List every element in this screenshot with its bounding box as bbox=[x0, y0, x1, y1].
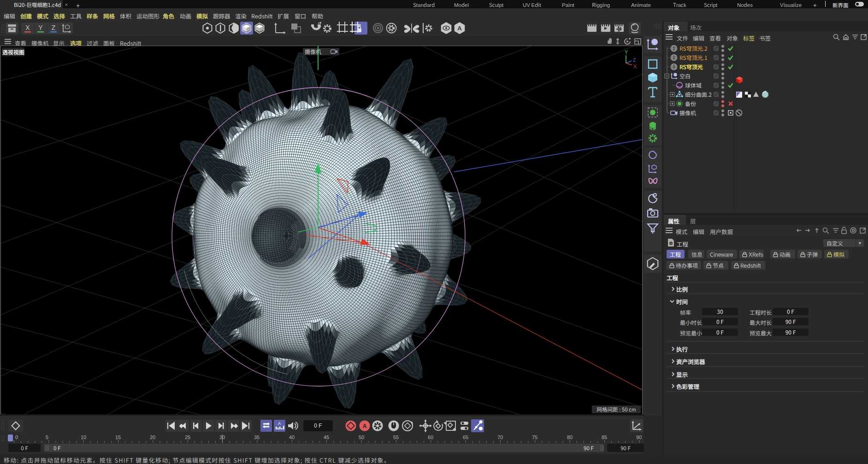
svg-text:球体域: 球体域 bbox=[685, 81, 702, 89]
svg-text:Y: Y bbox=[38, 24, 43, 31]
svg-text:Z: Z bbox=[52, 24, 56, 31]
svg-text:75: 75 bbox=[532, 435, 537, 440]
svg-text:85: 85 bbox=[602, 435, 607, 440]
svg-text:50: 50 bbox=[359, 435, 364, 440]
svg-text:0 F: 0 F bbox=[314, 423, 322, 429]
svg-text:15: 15 bbox=[115, 435, 121, 440]
svg-text:40: 40 bbox=[289, 435, 295, 440]
svg-text:X: X bbox=[633, 64, 637, 69]
svg-text:A: A bbox=[278, 421, 281, 426]
svg-text:60: 60 bbox=[428, 435, 433, 440]
svg-text:70: 70 bbox=[497, 435, 503, 440]
svg-text:0: 0 bbox=[15, 435, 18, 440]
svg-text:90: 90 bbox=[636, 435, 642, 440]
svg-text:A: A bbox=[457, 25, 462, 32]
svg-text:10: 10 bbox=[81, 435, 86, 440]
svg-text:55: 55 bbox=[393, 435, 399, 440]
svg-text:20: 20 bbox=[150, 435, 155, 440]
svg-text:RS穹顶光.2: RS穹顶光.2 bbox=[679, 44, 708, 52]
svg-text:35: 35 bbox=[254, 435, 260, 440]
svg-text:Y: Y bbox=[625, 49, 628, 55]
svg-text:65: 65 bbox=[463, 435, 468, 440]
svg-text:空白: 空白 bbox=[679, 72, 691, 80]
svg-text:Z: Z bbox=[633, 57, 636, 63]
svg-text:摄像机: 摄像机 bbox=[679, 109, 696, 117]
svg-text:备份: 备份 bbox=[685, 100, 696, 107]
svg-text:RS穹顶光: RS穹顶光 bbox=[679, 63, 703, 70]
svg-text:45: 45 bbox=[324, 435, 329, 440]
svg-text:X: X bbox=[25, 24, 30, 31]
svg-text:80: 80 bbox=[567, 435, 573, 440]
svg-text:RS穹顶光.1: RS穹顶光.1 bbox=[679, 53, 708, 61]
svg-text:5: 5 bbox=[46, 435, 48, 440]
svg-text:A: A bbox=[363, 423, 367, 429]
svg-text:细分曲面.2: 细分曲面.2 bbox=[685, 90, 712, 98]
svg-text:25: 25 bbox=[185, 435, 190, 440]
